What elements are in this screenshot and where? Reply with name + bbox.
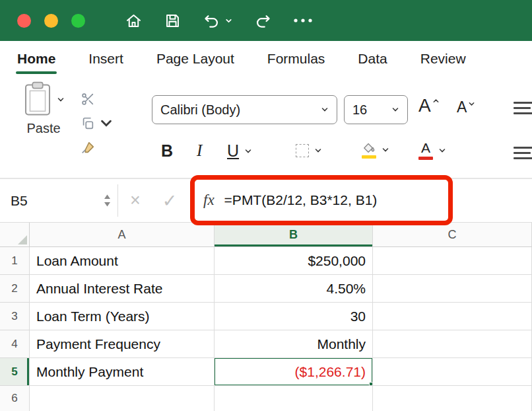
- traffic-lights: [17, 14, 85, 28]
- row-6: 6: [0, 386, 532, 411]
- titlebar: [0, 0, 532, 41]
- zoom-button[interactable]: [71, 14, 85, 28]
- text-align-button[interactable]: [514, 147, 532, 159]
- row-3: 3 Loan Term (Years) 30: [0, 303, 532, 330]
- font-size-value: 16: [352, 102, 367, 118]
- name-box-stepper[interactable]: [104, 179, 111, 222]
- row-1: 1 Loan Amount $250,000: [0, 247, 532, 275]
- underline-button[interactable]: U: [227, 141, 252, 161]
- column-header-B[interactable]: B: [215, 223, 373, 247]
- grow-font-label: A: [418, 95, 431, 116]
- alignment-button[interactable]: [514, 102, 532, 114]
- tab-data[interactable]: Data: [358, 51, 387, 67]
- copy-button[interactable]: [81, 116, 114, 131]
- cell-C1[interactable]: [373, 247, 532, 275]
- row-header-1[interactable]: 1: [0, 247, 30, 275]
- chevron-up-icon: [432, 97, 440, 104]
- chevron-down-icon: [224, 17, 233, 25]
- tab-page-layout[interactable]: Page Layout: [156, 51, 234, 67]
- cell-C3[interactable]: [373, 303, 532, 330]
- confirm-entry-button[interactable]: ✓: [152, 179, 187, 222]
- more-options-icon[interactable]: [293, 18, 313, 23]
- cell-B4[interactable]: Monthly: [215, 330, 373, 358]
- column-header-row: A B C: [0, 223, 532, 247]
- formula-input[interactable]: =PMT(B2/12, B3*12, B1): [224, 192, 378, 208]
- close-button[interactable]: [17, 14, 31, 28]
- select-all-corner[interactable]: [0, 223, 30, 247]
- cell-B5-selected[interactable]: ($1,266.71): [215, 358, 373, 386]
- format-painter-button[interactable]: [81, 140, 114, 156]
- paste-button[interactable]: Paste: [11, 81, 77, 136]
- red-highlight-annotation: fx =PMT(B2/12, B3*12, B1): [190, 175, 453, 225]
- font-color-label: A: [421, 141, 430, 155]
- shrink-font-label: A: [457, 98, 467, 116]
- ribbon: Paste Calibri (Body): [0, 77, 532, 178]
- font-name-select[interactable]: Calibri (Body): [152, 95, 337, 124]
- italic-label: I: [197, 141, 202, 160]
- row-header-6[interactable]: 6: [0, 386, 30, 411]
- tab-formulas[interactable]: Formulas: [267, 51, 325, 67]
- cell-B3[interactable]: 30: [215, 303, 373, 330]
- cancel-entry-button[interactable]: ×: [118, 179, 152, 222]
- quick-access-toolbar: [125, 12, 313, 30]
- tab-home[interactable]: Home: [17, 51, 55, 67]
- fill-color-button[interactable]: [362, 141, 389, 159]
- decrease-font-size-button[interactable]: A: [457, 98, 475, 116]
- cell-C4[interactable]: [373, 330, 532, 358]
- cell-B5-value: ($1,266.71): [295, 364, 366, 380]
- cell-C5[interactable]: [373, 358, 532, 386]
- cell-C6[interactable]: [373, 386, 532, 411]
- triangle-down-icon: [104, 202, 111, 207]
- cut-button[interactable]: [81, 91, 114, 107]
- row-header-2[interactable]: 2: [0, 275, 30, 303]
- row-header-5[interactable]: 5: [0, 358, 30, 386]
- bold-label: B: [161, 141, 173, 161]
- clipboard-icon: [23, 81, 52, 119]
- cell-A4[interactable]: Payment Frequency: [30, 330, 215, 358]
- row-4: 4 Payment Frequency Monthly: [0, 330, 532, 358]
- copy-icon: [81, 116, 95, 131]
- undo-button[interactable]: [203, 12, 233, 30]
- triangle-up-icon: [104, 194, 111, 200]
- row-header-3[interactable]: 3: [0, 303, 30, 330]
- row-header-4[interactable]: 4: [0, 330, 30, 358]
- font-size-select[interactable]: 16: [344, 95, 408, 124]
- cell-A5[interactable]: Monthly Payment: [30, 358, 215, 386]
- tab-insert[interactable]: Insert: [88, 51, 123, 67]
- tab-review[interactable]: Review: [420, 51, 466, 67]
- spreadsheet-grid: A B C 1 Loan Amount $250,000 2 Annual In…: [0, 222, 532, 411]
- italic-button[interactable]: I: [197, 141, 202, 160]
- minimize-button[interactable]: [44, 14, 58, 28]
- chevron-down-icon: [438, 147, 446, 155]
- borders-icon: [296, 144, 309, 157]
- ribbon-tab-bar: Home Insert Page Layout Formulas Data Re…: [0, 41, 532, 77]
- chevron-down-icon: [468, 100, 475, 108]
- chevron-down-icon: [391, 106, 399, 114]
- increase-font-size-button[interactable]: A: [418, 95, 440, 116]
- chevron-down-icon: [382, 146, 389, 154]
- font-color-icon: A: [418, 141, 433, 160]
- home-icon[interactable]: [125, 12, 143, 30]
- column-header-A[interactable]: A: [30, 223, 215, 247]
- scissors-icon: [81, 92, 95, 106]
- borders-button[interactable]: [296, 144, 322, 157]
- cell-C2[interactable]: [373, 275, 532, 303]
- cell-A2[interactable]: Annual Interest Rate: [30, 275, 215, 303]
- cell-B2[interactable]: 4.50%: [215, 275, 373, 303]
- font-color-button[interactable]: A: [418, 141, 446, 160]
- fill-color-icon: [362, 141, 376, 159]
- cell-A3[interactable]: Loan Term (Years): [30, 303, 215, 330]
- cell-A6[interactable]: [30, 386, 215, 411]
- name-box[interactable]: B5: [0, 179, 117, 222]
- redo-button[interactable]: [254, 12, 272, 30]
- row-2: 2 Annual Interest Rate 4.50%: [0, 275, 532, 303]
- cell-B1[interactable]: $250,000: [215, 247, 373, 275]
- paintbrush-icon: [81, 141, 95, 155]
- save-icon[interactable]: [164, 12, 182, 30]
- bold-button[interactable]: B: [161, 141, 173, 161]
- cell-A1[interactable]: Loan Amount: [30, 247, 215, 275]
- insert-function-icon[interactable]: fx: [203, 192, 215, 209]
- formula-bar: B5 × ✓ fx =PMT(B2/12, B3*12, B1): [0, 178, 532, 222]
- column-header-C[interactable]: C: [373, 223, 532, 247]
- cell-B6[interactable]: [215, 386, 373, 411]
